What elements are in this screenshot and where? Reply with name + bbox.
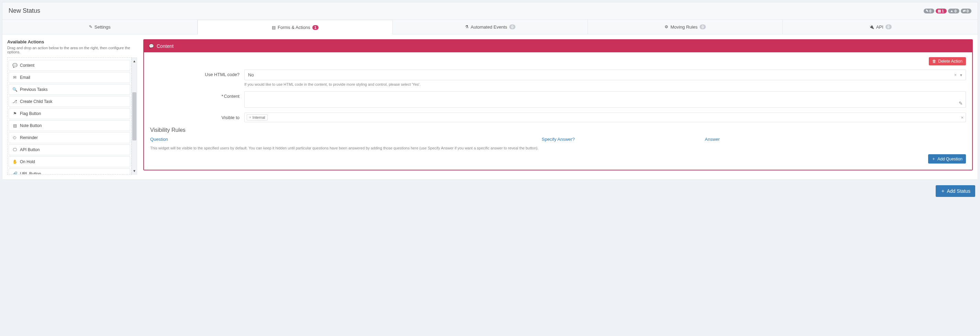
- sliders-icon: ⚙: [665, 24, 668, 29]
- action-item-label: URL Button: [20, 171, 41, 174]
- forms-badge: 1: [312, 25, 318, 30]
- form-icon: ▤: [938, 9, 941, 13]
- tab-api[interactable]: 🔌 API 0: [783, 20, 978, 34]
- header-pill-moving[interactable]: ⇄0: [961, 9, 971, 13]
- action-item-email[interactable]: ✉Email: [9, 72, 130, 83]
- vis-col-question: Question: [150, 137, 542, 142]
- content-textarea[interactable]: ✎: [244, 91, 966, 108]
- use-html-help: If you would like to use HTML code in th…: [244, 82, 966, 86]
- tab-moving-rules[interactable]: ⚙ Moving Rules 0: [588, 20, 783, 34]
- scrollbar-thumb[interactable]: [132, 92, 137, 141]
- action-item-label: On Hold: [20, 159, 35, 164]
- visible-to-label: Visible to: [150, 113, 240, 120]
- pencil-icon: ✎: [89, 24, 92, 29]
- visibility-help: This widget will be visible to the speci…: [150, 146, 966, 150]
- action-item-previous-tasks[interactable]: 🔍Previous Tasks: [9, 84, 130, 95]
- form-icon: ▤: [272, 25, 275, 30]
- visibility-rules-title: Visibility Rules: [150, 127, 966, 133]
- available-actions-title: Available Actions: [7, 39, 137, 45]
- chevron-down-icon[interactable]: ▾: [960, 73, 962, 77]
- sliders-icon: ⇄: [963, 9, 966, 13]
- plus-icon: ＋: [940, 188, 945, 194]
- use-html-value: No: [248, 72, 254, 77]
- delete-action-button[interactable]: 🗑 Delete Action: [929, 57, 966, 66]
- tab-settings[interactable]: ✎ Settings: [2, 20, 197, 34]
- vis-col-specify: Specify Answer?: [542, 137, 705, 142]
- page-title: New Status: [9, 7, 40, 14]
- action-item-label: API Button: [20, 147, 40, 152]
- trash-icon: 🗑: [932, 59, 936, 64]
- visible-to-tagbox[interactable]: × Internal ×: [244, 113, 966, 122]
- action-item-on-hold[interactable]: ✋On Hold: [9, 156, 130, 167]
- monitor-icon: 🖵: [13, 147, 17, 152]
- add-question-button[interactable]: ＋ Add Question: [928, 154, 966, 163]
- use-html-label: Use HTML code?: [150, 70, 240, 77]
- automated-badge: 0: [509, 24, 515, 29]
- plug-icon: 🔌: [869, 24, 874, 29]
- action-item-create-child-task[interactable]: ⎇Create Child Task: [9, 96, 130, 107]
- tag-remove-icon[interactable]: ×: [249, 116, 251, 120]
- flask-icon: ⚗: [465, 24, 469, 29]
- content-label: *Content: [150, 91, 240, 99]
- available-actions-list: 💬Content ✉Email 🔍Previous Tasks ⎇Create …: [7, 58, 132, 174]
- chat-icon: 💬: [13, 63, 17, 68]
- action-item-label: Email: [20, 75, 30, 80]
- use-html-select[interactable]: No × ▾: [244, 70, 966, 80]
- tab-automated-events[interactable]: ⚗ Automated Events 0: [393, 20, 588, 34]
- action-item-content[interactable]: 💬Content: [9, 60, 130, 71]
- chat-icon: 💬: [149, 44, 154, 48]
- available-actions-help: Drag and drop an action below to the are…: [7, 46, 137, 54]
- action-item-api-button[interactable]: 🖵API Button: [9, 144, 130, 155]
- flag-icon: ⚑: [13, 111, 17, 116]
- action-item-label: Flag Button: [20, 111, 41, 116]
- branch-icon: ⎇: [13, 99, 17, 104]
- link-icon: 🔗: [13, 171, 17, 174]
- clear-icon[interactable]: ×: [954, 73, 957, 77]
- pencil-icon: ✎: [926, 9, 929, 13]
- api-badge: 0: [886, 24, 892, 29]
- editor-panel-title: Content: [157, 43, 173, 49]
- clear-all-icon[interactable]: ×: [961, 115, 964, 120]
- action-item-url-button[interactable]: 🔗URL Button: [9, 168, 130, 174]
- action-editor-panel: 💬 Content 🗑 Delete Action Use HTML code?: [143, 39, 973, 170]
- action-item-label: Note Button: [20, 123, 41, 128]
- chevron-down-icon[interactable]: ▼: [133, 169, 136, 173]
- tag-internal[interactable]: × Internal: [247, 114, 268, 120]
- header-pill-automated[interactable]: ▲0: [948, 9, 959, 13]
- action-item-label: Previous Tasks: [20, 87, 48, 92]
- moving-badge: 0: [700, 24, 706, 29]
- header-pill-forms[interactable]: ▤1: [935, 9, 947, 13]
- chevron-up-icon[interactable]: ▲: [133, 59, 136, 63]
- action-item-label: Content: [20, 63, 34, 68]
- action-item-flag-button[interactable]: ⚑Flag Button: [9, 108, 130, 119]
- flask-icon: ▲: [950, 9, 953, 13]
- hand-icon: ✋: [13, 159, 17, 164]
- action-item-label: Create Child Task: [20, 99, 52, 104]
- clock-icon: ⏲: [13, 135, 17, 140]
- note-icon: ▤: [13, 123, 17, 128]
- edit-icon[interactable]: ✎: [959, 101, 963, 106]
- envelope-icon: ✉: [13, 75, 17, 80]
- add-status-button[interactable]: ＋ Add Status: [935, 185, 975, 197]
- action-item-reminder[interactable]: ⏲Reminder: [9, 132, 130, 143]
- tabs: ✎ Settings ▤ Forms & Actions 1 ⚗ Automat…: [2, 20, 978, 34]
- vis-col-answer: Answer: [705, 137, 966, 142]
- tab-forms-actions[interactable]: ▤ Forms & Actions 1: [197, 20, 393, 34]
- actions-scrollbar[interactable]: ▲ ▼: [132, 58, 137, 174]
- plus-icon: ＋: [932, 156, 935, 162]
- header-pill-settings[interactable]: ✎0: [924, 9, 934, 13]
- header-pill-group: ✎0 ▤1 ▲0 ⇄0: [924, 9, 971, 13]
- action-item-note-button[interactable]: ▤Note Button: [9, 120, 130, 131]
- action-item-label: Reminder: [20, 135, 38, 140]
- visibility-columns: Question Specify Answer? Answer: [150, 137, 966, 142]
- search-icon: 🔍: [13, 87, 17, 92]
